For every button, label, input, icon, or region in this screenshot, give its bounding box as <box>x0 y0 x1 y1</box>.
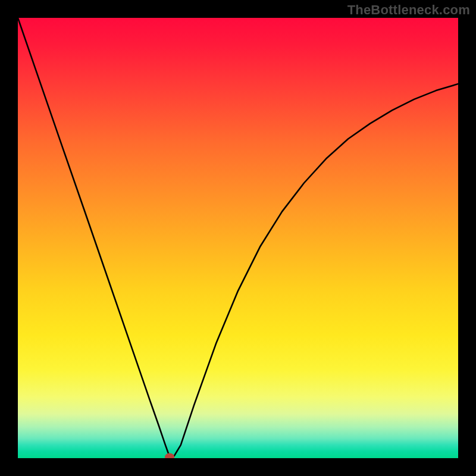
plot-area <box>18 18 458 458</box>
watermark-text: TheBottleneck.com <box>347 2 470 18</box>
optimal-point-marker <box>165 453 174 458</box>
curve-path <box>18 18 458 458</box>
bottleneck-curve <box>18 18 458 458</box>
chart-frame: TheBottleneck.com <box>0 0 476 476</box>
